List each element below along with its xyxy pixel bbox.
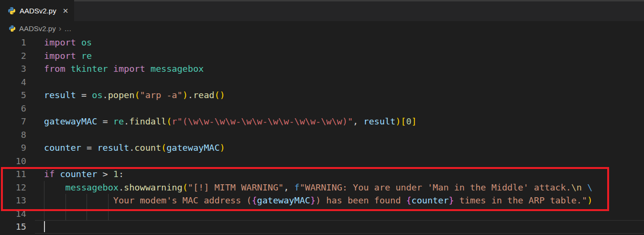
code-line-13[interactable]: 13 Your modem's MAC address ({gatewayMAC…	[0, 194, 644, 207]
breadcrumb-file[interactable]: AADSv2.py	[19, 24, 56, 33]
code-line-9[interactable]: 9counter = result.count(gatewayMAC)	[0, 141, 644, 155]
python-icon	[8, 7, 16, 15]
indent-guide	[65, 207, 66, 221]
line-number-7[interactable]: 7	[0, 115, 26, 128]
line-number-2[interactable]: 2	[0, 49, 26, 63]
line-number-8[interactable]: 8	[0, 128, 26, 142]
code-line-4[interactable]: 4	[0, 76, 644, 89]
code-line-10[interactable]: 10	[0, 155, 644, 168]
code-line-2[interactable]: 2import re	[0, 49, 644, 63]
indent-guide	[44, 207, 44, 221]
line-content-5: result = os.popen("arp -a").read()	[44, 89, 225, 102]
line-number-10[interactable]: 10	[0, 155, 26, 168]
line-content-11: if counter > 1:	[44, 168, 124, 181]
code-line-3[interactable]: 3from tkinter import messagebox	[0, 62, 644, 76]
line-content-3: from tkinter import messagebox	[44, 62, 204, 76]
code-line-6[interactable]: 6	[0, 102, 644, 115]
line-number-4[interactable]: 4	[0, 76, 26, 89]
vscode-window: AADSv2.py ✕ AADSv2.py › … 1import os2imp…	[0, 0, 644, 235]
line-number-14[interactable]: 14	[0, 207, 26, 221]
code-line-5[interactable]: 5result = os.popen("arp -a").read()	[0, 89, 644, 102]
line-content-7: gatewayMAC = re.findall(r"(\w\w-\w\w-\w\…	[44, 115, 417, 128]
tab-bar: AADSv2.py ✕	[0, 0, 644, 21]
line-number-12[interactable]: 12	[0, 181, 26, 194]
line-number-3[interactable]: 3	[0, 62, 26, 76]
code-line-12[interactable]: 12 messagebox.showwarning("[!] MITM WARN…	[0, 181, 644, 194]
line-number-6[interactable]: 6	[0, 102, 26, 115]
indent-guide	[108, 194, 109, 207]
line-number-11[interactable]: 11	[0, 168, 26, 181]
close-icon[interactable]: ✕	[61, 6, 70, 15]
line-number-1[interactable]: 1	[0, 36, 26, 49]
code-line-15[interactable]: 15	[0, 220, 644, 234]
code-line-8[interactable]: 8	[0, 128, 644, 142]
code-line-7[interactable]: 7gatewayMAC = re.findall(r"(\w\w-\w\w-\w…	[0, 115, 644, 128]
tab-title: AADSv2.py	[20, 7, 56, 15]
indent-guide	[87, 207, 87, 221]
code-line-11[interactable]: 11if counter > 1:	[0, 168, 644, 181]
breadcrumb-ellipsis[interactable]: …	[64, 24, 72, 33]
breadcrumb-python-icon	[9, 25, 16, 32]
indent-guide	[44, 194, 44, 207]
indent-guide	[87, 194, 87, 207]
titlebar-strip	[0, 0, 644, 1]
indent-guide	[44, 181, 44, 194]
code-line-1[interactable]: 1import os	[0, 36, 644, 49]
code-line-14[interactable]: 14	[0, 207, 644, 221]
line-content-2: import re	[44, 49, 92, 63]
code-lines: 1import os2import re3from tkinter import…	[0, 36, 644, 234]
chevron-right-icon: ›	[59, 24, 62, 33]
line-content-1: import os	[44, 36, 92, 49]
line-number-13[interactable]: 13	[0, 194, 26, 207]
indent-guide	[65, 194, 66, 207]
breadcrumb: AADSv2.py › …	[0, 21, 644, 36]
line-number-15[interactable]: 15	[0, 220, 26, 234]
line-content-9: counter = result.count(gatewayMAC)	[44, 141, 225, 155]
text-cursor	[44, 221, 45, 232]
tab-aadsv2[interactable]: AADSv2.py ✕	[0, 0, 74, 21]
indent-guide	[108, 207, 109, 221]
line-number-5[interactable]: 5	[0, 89, 26, 102]
line-number-9[interactable]: 9	[0, 141, 26, 155]
line-content-12: messagebox.showwarning("[!] MITM WARNING…	[44, 181, 592, 194]
line-content-13: Your modem's MAC address ({gatewayMAC}) …	[44, 194, 592, 207]
